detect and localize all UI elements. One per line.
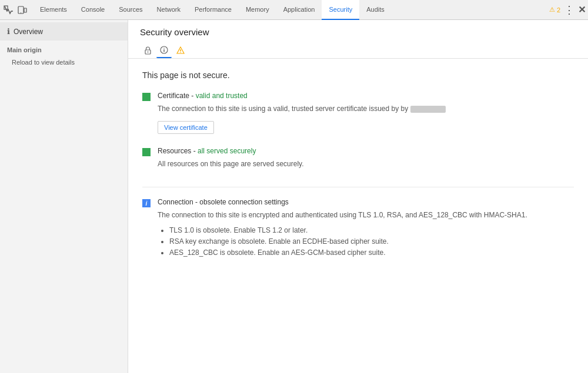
- tab-network[interactable]: Network: [150, 0, 188, 20]
- toolbar-icons: [2, 4, 28, 16]
- certificate-content: Certificate - valid and trusted The conn…: [158, 92, 574, 134]
- certificate-issuer-blurred: [410, 106, 446, 113]
- resources-status: all served securely: [198, 147, 256, 155]
- content-header: Security overview: [128, 20, 588, 59]
- overview-info-icon: ℹ: [7, 27, 10, 36]
- resources-content: Resources - all served securely All reso…: [158, 147, 574, 174]
- tab-audits[interactable]: Audits: [359, 0, 392, 20]
- tab-console[interactable]: Console: [74, 0, 112, 20]
- connection-description: The connection to this site is encrypted…: [158, 210, 574, 220]
- svg-point-5: [147, 51, 148, 52]
- connection-content: Connection - obsolete connection setting…: [158, 198, 574, 259]
- resources-title: Resources - all served securely: [158, 147, 574, 155]
- tab-memory[interactable]: Memory: [239, 0, 276, 20]
- devtools-toolbar: Elements Console Sources Network Perform…: [0, 0, 588, 20]
- certificate-section: Certificate - valid and trusted The conn…: [142, 92, 574, 134]
- tab-bar: Elements Console Sources Network Perform…: [33, 0, 549, 20]
- tab-sources[interactable]: Sources: [112, 0, 149, 20]
- page-title: Security overview: [140, 27, 576, 37]
- content-body: This page is not secure. Certificate - v…: [128, 59, 588, 284]
- info-indicator-box: i: [142, 199, 151, 207]
- resources-section: Resources - all served securely All reso…: [142, 147, 574, 174]
- view-certificate-button[interactable]: View certificate: [158, 121, 214, 134]
- certificate-status: valid and trusted: [196, 92, 248, 100]
- resources-green-indicator: [142, 148, 151, 156]
- bullet-rsa: RSA key exchange is obsolete. Enable an …: [169, 236, 574, 247]
- certificate-title-prefix: Certificate -: [158, 92, 196, 100]
- svg-rect-1: [18, 6, 24, 14]
- warning-badge[interactable]: ⚠ 2: [549, 6, 560, 14]
- certificate-desc-text: The connection to this site is using a v…: [158, 105, 399, 113]
- filter-lock-icon[interactable]: [140, 43, 155, 58]
- tab-application[interactable]: Application: [276, 0, 322, 20]
- toolbar-right: ⚠ 2 ⋮ ✕: [549, 4, 586, 16]
- sidebar-section-main-origin: Main origin: [0, 41, 128, 56]
- svg-point-8: [163, 48, 165, 49]
- svg-point-10: [180, 52, 181, 52]
- certificate-indicator: [142, 93, 151, 101]
- connection-bullets: TLS 1.0 is obsolete. Enable TLS 1.2 or l…: [158, 225, 574, 259]
- main-area: ℹ Overview Main origin Reload to view de…: [0, 20, 588, 373]
- tab-security[interactable]: Security: [322, 0, 359, 20]
- filter-warning-icon[interactable]: [173, 43, 188, 58]
- tab-performance[interactable]: Performance: [188, 0, 239, 20]
- connection-section: i Connection - obsolete connection setti…: [142, 198, 574, 259]
- close-devtools-icon[interactable]: ✕: [578, 4, 586, 15]
- certificate-description: The connection to this site is using a v…: [158, 103, 574, 114]
- page-status-text: This page is not secure.: [142, 70, 574, 80]
- sidebar-overview-label: Overview: [14, 28, 43, 36]
- connection-title-text: Connection - obsolete connection setting…: [158, 198, 289, 206]
- filter-icons: [140, 43, 576, 58]
- resources-indicator: [142, 148, 151, 156]
- sidebar: ℹ Overview Main origin Reload to view de…: [0, 20, 128, 373]
- content-area: Security overview: [128, 20, 588, 373]
- sidebar-item-overview[interactable]: ℹ Overview: [0, 22, 128, 41]
- inspect-icon[interactable]: [2, 4, 14, 16]
- more-menu-icon[interactable]: ⋮: [564, 4, 574, 16]
- resources-title-prefix: Resources -: [158, 147, 198, 155]
- filter-info-icon[interactable]: [156, 43, 172, 58]
- green-indicator-box: [142, 93, 151, 101]
- sidebar-item-reload[interactable]: Reload to view details: [0, 56, 128, 69]
- certificate-title: Certificate - valid and trusted: [158, 92, 574, 100]
- connection-title: Connection - obsolete connection setting…: [158, 198, 574, 206]
- connection-indicator: i: [142, 199, 151, 207]
- warning-count: 2: [557, 6, 560, 14]
- svg-rect-2: [24, 8, 26, 12]
- bullet-aes: AES_128_CBC is obsolete. Enable an AES-G…: [169, 247, 574, 258]
- tab-elements[interactable]: Elements: [33, 0, 74, 20]
- warning-icon: ⚠: [549, 6, 555, 14]
- bullet-tls: TLS 1.0 is obsolete. Enable TLS 1.2 or l…: [169, 225, 574, 236]
- resources-description: All resources on this page are served se…: [158, 159, 574, 169]
- section-divider: [142, 187, 574, 187]
- device-icon[interactable]: [16, 4, 28, 16]
